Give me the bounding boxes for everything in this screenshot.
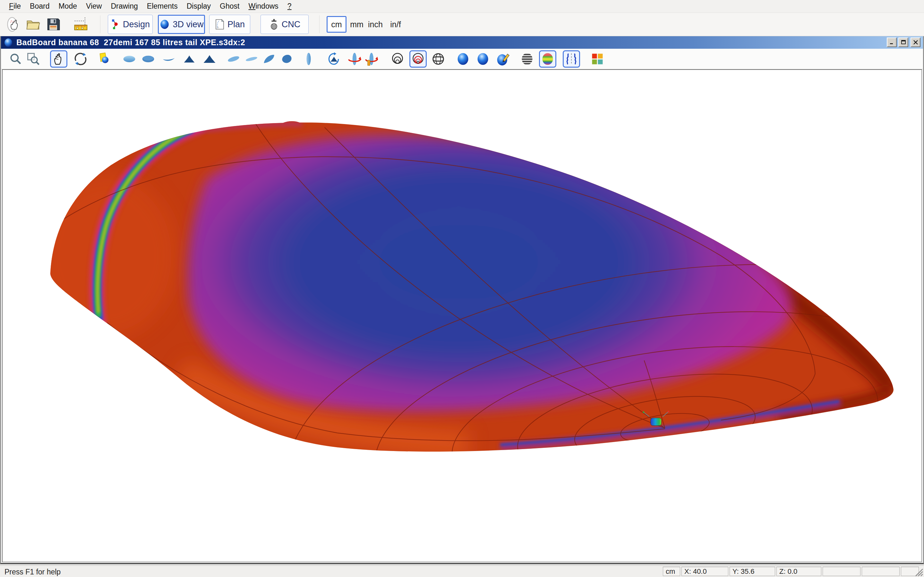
plan-button[interactable]: Plan xyxy=(209,15,250,34)
menu-file[interactable]: File xyxy=(5,1,25,12)
close-button[interactable] xyxy=(911,37,921,47)
bottom-ellipse-icon[interactable] xyxy=(141,52,156,66)
view-toolbar xyxy=(1,49,923,69)
deck-ellipse-icon[interactable] xyxy=(122,52,137,66)
unit-cm[interactable]: cm xyxy=(326,16,347,33)
cnc-button-label: CNC xyxy=(282,19,300,29)
status-y: Y: 35.6 xyxy=(730,567,775,576)
3d-view-button-label: 3D view xyxy=(173,19,204,29)
shaded-sphere-icon[interactable] xyxy=(456,52,470,66)
mesh-sphere-icon[interactable] xyxy=(431,52,446,66)
color-squares-icon[interactable] xyxy=(590,52,605,66)
maximize-button[interactable] xyxy=(898,37,908,47)
menu-help[interactable]: ? xyxy=(283,1,296,12)
zoom-icon[interactable] xyxy=(8,52,23,66)
status-bar: Press F1 for help cm X: 40.0 Y: 35.6 Z: … xyxy=(0,566,924,577)
measure-ruler-icon[interactable] xyxy=(73,16,90,33)
unit-mm[interactable]: mm xyxy=(349,16,365,33)
status-empty-cell xyxy=(822,567,861,576)
main-toolbar: Design 3D view Plan CNC cm mm inch in/f xyxy=(0,13,924,36)
menu-display[interactable]: Display xyxy=(182,1,215,12)
minimize-button[interactable] xyxy=(887,37,897,47)
perspective-blade2-icon[interactable] xyxy=(244,52,259,66)
spin-board-arrow-icon[interactable] xyxy=(363,52,378,66)
app-sphere-icon xyxy=(3,38,13,47)
light-icon[interactable] xyxy=(97,52,112,66)
unit-inf[interactable]: in/f xyxy=(387,16,405,33)
slices-red-icon[interactable] xyxy=(409,50,427,68)
blob-outline-icon[interactable] xyxy=(279,52,294,66)
design-button-label: Design xyxy=(123,19,150,29)
status-unit: cm xyxy=(663,567,680,576)
menu-drawing[interactable]: Drawing xyxy=(106,1,142,12)
shaded-sphere2-icon[interactable] xyxy=(475,52,490,66)
status-help-text: Press F1 for help xyxy=(5,568,61,576)
status-z: Z: 0.0 xyxy=(776,567,821,576)
menu-elements[interactable]: Elements xyxy=(142,1,182,12)
front-triangle-icon[interactable] xyxy=(182,52,197,66)
spin-board-icon[interactable] xyxy=(347,52,362,66)
toolbar-separator xyxy=(100,15,100,33)
back-triangle-icon[interactable] xyxy=(202,52,217,66)
new-board-icon[interactable] xyxy=(5,16,22,33)
rotate-triangle-icon[interactable] xyxy=(326,52,341,66)
3d-viewport[interactable] xyxy=(2,69,922,562)
window-titlebar[interactable]: BadBoard banana 68 27demi 167 85 litres … xyxy=(1,36,923,49)
resize-grip[interactable] xyxy=(914,567,923,577)
board-3d-render xyxy=(3,70,921,562)
status-x: X: 40.0 xyxy=(682,567,728,576)
status-empty-cell xyxy=(862,567,900,576)
menu-ghost[interactable]: Ghost xyxy=(215,1,244,12)
menu-board[interactable]: Board xyxy=(25,1,54,12)
toolbar-separator xyxy=(319,15,320,33)
pan-hand-icon[interactable] xyxy=(50,50,67,68)
slices-bw-icon[interactable] xyxy=(390,52,405,66)
board-front-lens-icon[interactable] xyxy=(301,52,316,66)
striped-sphere-icon[interactable] xyxy=(520,52,535,66)
rainbow-sphere-icon[interactable] xyxy=(539,50,556,68)
zoom-region-icon[interactable] xyxy=(26,52,41,66)
menu-bar: File Board Mode View Drawing Elements Di… xyxy=(0,0,924,13)
curvature-map-deck xyxy=(188,135,792,412)
side-crescent-icon[interactable] xyxy=(162,52,176,66)
plan-button-label: Plan xyxy=(228,19,245,29)
cnc-button[interactable]: CNC xyxy=(260,15,309,34)
fin-icon[interactable] xyxy=(262,52,276,66)
perspective-blade-icon[interactable] xyxy=(226,52,241,66)
unit-inch[interactable]: inch xyxy=(367,16,384,33)
menu-view[interactable]: View xyxy=(81,1,106,12)
open-folder-icon[interactable] xyxy=(25,16,42,33)
menu-mode[interactable]: Mode xyxy=(54,1,81,12)
window-title: BadBoard banana 68 27demi 167 85 litres … xyxy=(16,38,245,47)
rotate-3d-icon[interactable] xyxy=(73,52,88,66)
design-button[interactable]: Design xyxy=(108,15,153,34)
paint-sphere-icon[interactable] xyxy=(496,52,510,66)
menu-windows[interactable]: Windows xyxy=(244,1,283,12)
3d-view-button[interactable]: 3D view xyxy=(158,15,205,34)
document-window: BadBoard banana 68 27demi 167 85 litres … xyxy=(0,36,924,564)
flip-symmetry-icon[interactable] xyxy=(563,50,580,68)
save-icon[interactable] xyxy=(45,16,61,33)
